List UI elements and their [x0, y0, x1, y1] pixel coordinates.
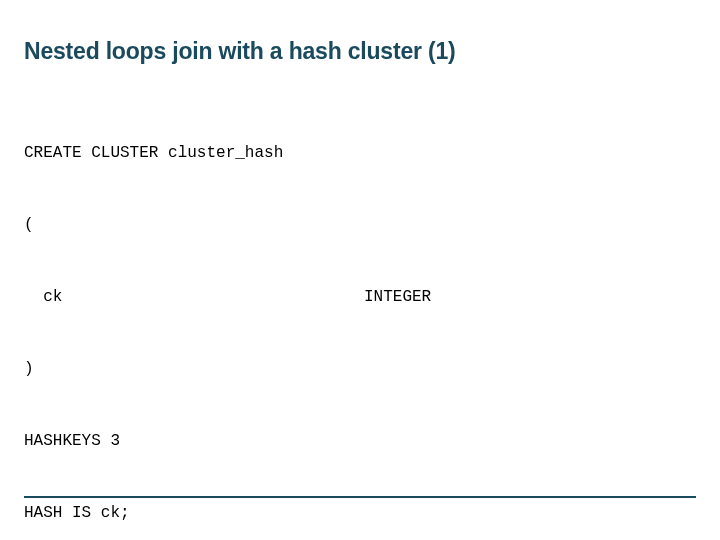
code-block-cluster: CREATE CLUSTER cluster_hash ( ck INTEGER… — [24, 93, 696, 540]
code-line: CREATE CLUSTER cluster_hash — [24, 141, 696, 165]
code-line: ( — [24, 213, 696, 237]
column-type: INTEGER — [364, 285, 431, 309]
column-name: ck — [24, 285, 364, 309]
slide-title: Nested loops join with a hash cluster (1… — [24, 38, 696, 65]
code-line: ck INTEGER — [24, 285, 696, 309]
code-line: ) — [24, 357, 696, 381]
footer-divider — [24, 496, 696, 498]
code-line: HASH IS ck; — [24, 501, 696, 525]
slide-container: Nested loops join with a hash cluster (1… — [0, 0, 720, 540]
code-line: HASHKEYS 3 — [24, 429, 696, 453]
